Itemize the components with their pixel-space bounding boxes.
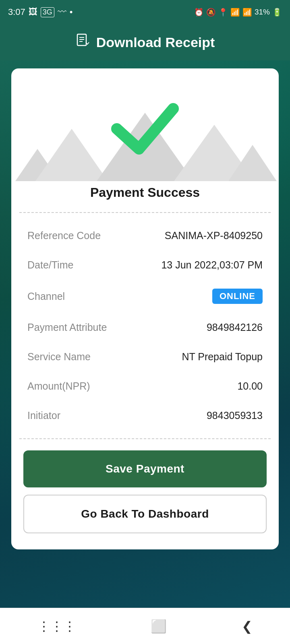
value-service-name: NT Prepaid Topup — [182, 351, 263, 363]
label-amount: Amount(NPR) — [27, 380, 90, 392]
row-datetime: Date/Time 13 Jun 2022,03:07 PM — [27, 250, 263, 280]
page-title: Download Receipt — [96, 35, 215, 50]
label-payment-attribute: Payment Attribute — [27, 322, 107, 333]
buttons-area: Save Payment Go Back To Dashboard — [11, 450, 279, 537]
receipt-icon — [75, 33, 90, 51]
value-datetime: 13 Jun 2022,03:07 PM — [161, 259, 263, 271]
label-service-name: Service Name — [27, 351, 91, 363]
receipt-details: Reference Code SANIMA-XP-8409250 Date/Ti… — [11, 213, 279, 438]
wifi-icon: 📶 — [230, 8, 240, 17]
status-bar: 3:07 🖼 3G 〰 • ⏰ 🔕 📍 📶 📶 31% 🔋 — [0, 0, 290, 24]
go-back-dashboard-button[interactable]: Go Back To Dashboard — [23, 495, 267, 533]
nav-back-icon[interactable]: ❮ — [242, 619, 253, 634]
row-payment-attribute: Payment Attribute 9849842126 — [27, 313, 263, 342]
nav-bar: ⋮⋮⋮ ⬜ ❮ — [0, 608, 290, 644]
battery-icon: 🔋 — [272, 8, 282, 17]
status-right: ⏰ 🔕 📍 📶 📶 31% 🔋 — [194, 8, 282, 17]
label-channel: Channel — [27, 291, 65, 302]
alarm-icon: ⏰ — [194, 8, 204, 17]
bottom-divider — [19, 438, 271, 439]
nav-home-icon[interactable]: ⬜ — [151, 619, 167, 634]
label-datetime: Date/Time — [27, 259, 73, 271]
row-reference-code: Reference Code SANIMA-XP-8409250 — [27, 221, 263, 250]
value-payment-attribute: 9849842126 — [207, 322, 263, 333]
success-checkmark — [109, 97, 181, 161]
wave-icon: 〰 — [58, 7, 66, 17]
location-icon: 📍 — [218, 8, 228, 17]
row-initiator: Initiator 9843059313 — [27, 401, 263, 430]
signal-icon: 📶 — [242, 8, 252, 17]
row-service-name: Service Name NT Prepaid Topup — [27, 342, 263, 372]
success-image-area — [11, 68, 279, 181]
value-amount: 10.00 — [237, 380, 263, 392]
time-display: 3:07 — [8, 7, 25, 17]
mountain-small-right — [228, 145, 277, 181]
mute-icon: 🔕 — [206, 8, 216, 17]
top-bar: Download Receipt — [0, 24, 290, 60]
label-reference-code: Reference Code — [27, 230, 101, 242]
save-payment-button[interactable]: Save Payment — [23, 450, 267, 487]
channel-badge: ONLINE — [212, 289, 263, 304]
checkmark-container — [109, 97, 181, 161]
value-initiator: 9843059313 — [207, 410, 263, 421]
nav-menu-icon[interactable]: ⋮⋮⋮ — [37, 619, 76, 634]
value-reference-code: SANIMA-XP-8409250 — [165, 230, 263, 242]
photo-icon: 🖼 — [29, 7, 37, 17]
payment-success-title: Payment Success — [11, 181, 279, 212]
row-amount: Amount(NPR) 10.00 — [27, 372, 263, 401]
row-channel: Channel ONLINE — [27, 280, 263, 313]
network-badge: 3G — [41, 7, 54, 17]
dot-indicator: • — [70, 7, 73, 17]
status-left: 3:07 🖼 3G 〰 • — [8, 7, 73, 17]
main-card: Payment Success Reference Code SANIMA-XP… — [11, 68, 279, 549]
label-initiator: Initiator — [27, 410, 60, 421]
battery-text: 31% — [255, 8, 270, 17]
